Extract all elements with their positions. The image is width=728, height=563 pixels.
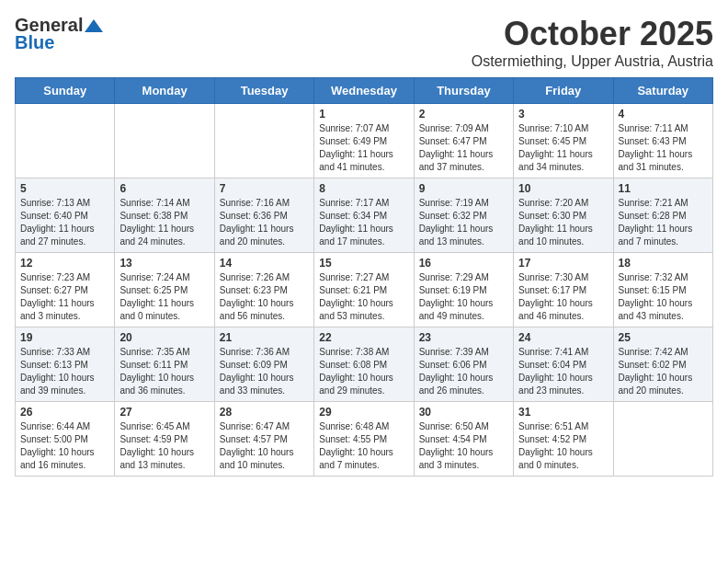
day-info: Sunrise: 7:35 AM Sunset: 6:11 PM Dayligh… (119, 346, 209, 397)
day-info: Sunrise: 7:27 AM Sunset: 6:21 PM Dayligh… (319, 271, 408, 323)
day-number: 23 (419, 331, 508, 344)
day-info: Sunrise: 7:42 AM Sunset: 6:02 PM Dayligh… (619, 346, 708, 397)
day-number: 26 (20, 406, 109, 419)
day-number: 27 (119, 406, 209, 419)
logo-blue: Blue (15, 32, 54, 53)
calendar-cell: 3Sunrise: 7:10 AM Sunset: 6:45 PM Daylig… (514, 104, 613, 178)
calendar-cell (16, 104, 115, 178)
calendar-cell: 16Sunrise: 7:29 AM Sunset: 6:19 PM Dayli… (414, 253, 513, 327)
location: Ostermiething, Upper Austria, Austria (472, 53, 713, 70)
calendar-cell: 14Sunrise: 7:26 AM Sunset: 6:23 PM Dayli… (214, 253, 313, 327)
day-number: 18 (619, 257, 708, 270)
calendar-week-row: 12Sunrise: 7:23 AM Sunset: 6:27 PM Dayli… (16, 253, 713, 327)
calendar-cell: 9Sunrise: 7:19 AM Sunset: 6:32 PM Daylig… (414, 178, 513, 253)
calendar-cell: 4Sunrise: 7:11 AM Sunset: 6:43 PM Daylig… (613, 104, 712, 178)
day-info: Sunrise: 6:45 AM Sunset: 4:59 PM Dayligh… (119, 420, 209, 472)
day-number: 20 (119, 331, 209, 344)
logo: General Blue (15, 15, 105, 53)
weekday-header: Tuesday (214, 78, 313, 104)
calendar-cell: 5Sunrise: 7:13 AM Sunset: 6:40 PM Daylig… (16, 178, 115, 253)
day-info: Sunrise: 7:11 AM Sunset: 6:43 PM Dayligh… (619, 122, 708, 174)
day-number: 12 (20, 257, 109, 270)
calendar-cell: 30Sunrise: 6:50 AM Sunset: 4:54 PM Dayli… (414, 402, 513, 477)
day-number: 17 (518, 257, 608, 270)
calendar-cell: 17Sunrise: 7:30 AM Sunset: 6:17 PM Dayli… (514, 253, 613, 327)
calendar-cell: 18Sunrise: 7:32 AM Sunset: 6:15 PM Dayli… (613, 253, 712, 327)
day-number: 24 (518, 331, 608, 344)
day-info: Sunrise: 7:29 AM Sunset: 6:19 PM Dayligh… (419, 271, 508, 323)
calendar-week-row: 5Sunrise: 7:13 AM Sunset: 6:40 PM Daylig… (16, 178, 713, 253)
weekday-header: Thursday (414, 78, 513, 104)
day-info: Sunrise: 6:48 AM Sunset: 4:55 PM Dayligh… (319, 420, 408, 472)
calendar-cell: 25Sunrise: 7:42 AM Sunset: 6:02 PM Dayli… (613, 327, 712, 402)
day-number: 13 (119, 257, 209, 270)
calendar-cell: 10Sunrise: 7:20 AM Sunset: 6:30 PM Dayli… (514, 178, 613, 253)
logo-icon (85, 17, 105, 34)
day-info: Sunrise: 7:23 AM Sunset: 6:27 PM Dayligh… (20, 271, 109, 323)
calendar-cell: 27Sunrise: 6:45 AM Sunset: 4:59 PM Dayli… (115, 402, 214, 477)
day-info: Sunrise: 6:51 AM Sunset: 4:52 PM Dayligh… (518, 420, 608, 472)
day-number: 28 (220, 406, 309, 419)
day-number: 5 (20, 182, 109, 195)
day-number: 29 (319, 406, 408, 419)
day-info: Sunrise: 7:09 AM Sunset: 6:47 PM Dayligh… (419, 122, 508, 174)
day-number: 3 (518, 108, 608, 121)
day-number: 16 (419, 257, 508, 270)
calendar-cell: 19Sunrise: 7:33 AM Sunset: 6:13 PM Dayli… (16, 327, 115, 402)
calendar-cell: 12Sunrise: 7:23 AM Sunset: 6:27 PM Dayli… (16, 253, 115, 327)
day-info: Sunrise: 6:44 AM Sunset: 5:00 PM Dayligh… (20, 420, 109, 472)
day-info: Sunrise: 7:13 AM Sunset: 6:40 PM Dayligh… (20, 197, 109, 248)
calendar-cell: 23Sunrise: 7:39 AM Sunset: 6:06 PM Dayli… (414, 327, 513, 402)
weekday-header: Wednesday (314, 78, 414, 104)
calendar-cell: 1Sunrise: 7:07 AM Sunset: 6:49 PM Daylig… (314, 104, 414, 178)
calendar-cell: 2Sunrise: 7:09 AM Sunset: 6:47 PM Daylig… (414, 104, 513, 178)
calendar-cell: 21Sunrise: 7:36 AM Sunset: 6:09 PM Dayli… (214, 327, 313, 402)
day-number: 21 (220, 331, 309, 344)
day-info: Sunrise: 7:33 AM Sunset: 6:13 PM Dayligh… (20, 346, 109, 397)
calendar-cell: 20Sunrise: 7:35 AM Sunset: 6:11 PM Dayli… (115, 327, 214, 402)
calendar-cell: 13Sunrise: 7:24 AM Sunset: 6:25 PM Dayli… (115, 253, 214, 327)
day-number: 9 (419, 182, 508, 195)
calendar-cell: 29Sunrise: 6:48 AM Sunset: 4:55 PM Dayli… (314, 402, 414, 477)
day-info: Sunrise: 7:10 AM Sunset: 6:45 PM Dayligh… (518, 122, 608, 174)
day-info: Sunrise: 7:16 AM Sunset: 6:36 PM Dayligh… (220, 197, 309, 248)
calendar-cell: 24Sunrise: 7:41 AM Sunset: 6:04 PM Dayli… (514, 327, 613, 402)
day-info: Sunrise: 7:19 AM Sunset: 6:32 PM Dayligh… (419, 197, 508, 248)
day-number: 15 (319, 257, 408, 270)
calendar-week-row: 1Sunrise: 7:07 AM Sunset: 6:49 PM Daylig… (16, 104, 713, 178)
calendar-cell: 22Sunrise: 7:38 AM Sunset: 6:08 PM Dayli… (314, 327, 414, 402)
day-number: 7 (220, 182, 309, 195)
day-info: Sunrise: 7:26 AM Sunset: 6:23 PM Dayligh… (220, 271, 309, 323)
day-number: 22 (319, 331, 408, 344)
day-number: 2 (419, 108, 508, 121)
title-block: October 2025 Ostermiething, Upper Austri… (472, 15, 713, 70)
day-number: 30 (419, 406, 508, 419)
calendar-cell: 15Sunrise: 7:27 AM Sunset: 6:21 PM Dayli… (314, 253, 414, 327)
calendar-header-row: SundayMondayTuesdayWednesdayThursdayFrid… (16, 78, 713, 104)
day-number: 8 (319, 182, 408, 195)
calendar-week-row: 26Sunrise: 6:44 AM Sunset: 5:00 PM Dayli… (16, 402, 713, 477)
day-info: Sunrise: 7:30 AM Sunset: 6:17 PM Dayligh… (518, 271, 608, 323)
day-number: 4 (619, 108, 708, 121)
day-info: Sunrise: 6:50 AM Sunset: 4:54 PM Dayligh… (419, 420, 508, 472)
day-info: Sunrise: 7:39 AM Sunset: 6:06 PM Dayligh… (419, 346, 508, 397)
weekday-header: Friday (514, 78, 613, 104)
day-number: 31 (518, 406, 608, 419)
calendar-cell: 7Sunrise: 7:16 AM Sunset: 6:36 PM Daylig… (214, 178, 313, 253)
weekday-header: Sunday (16, 78, 115, 104)
day-number: 11 (619, 182, 708, 195)
weekday-header: Monday (115, 78, 214, 104)
calendar-cell: 8Sunrise: 7:17 AM Sunset: 6:34 PM Daylig… (314, 178, 414, 253)
calendar-week-row: 19Sunrise: 7:33 AM Sunset: 6:13 PM Dayli… (16, 327, 713, 402)
calendar-cell (214, 104, 313, 178)
day-number: 19 (20, 331, 109, 344)
day-info: Sunrise: 7:14 AM Sunset: 6:38 PM Dayligh… (119, 197, 209, 248)
day-number: 25 (619, 331, 708, 344)
day-info: Sunrise: 7:07 AM Sunset: 6:49 PM Dayligh… (319, 122, 408, 174)
day-number: 6 (119, 182, 209, 195)
calendar-cell (613, 402, 712, 477)
svg-marker-0 (85, 19, 103, 32)
weekday-header: Saturday (613, 78, 712, 104)
day-number: 14 (220, 257, 309, 270)
day-info: Sunrise: 7:41 AM Sunset: 6:04 PM Dayligh… (518, 346, 608, 397)
